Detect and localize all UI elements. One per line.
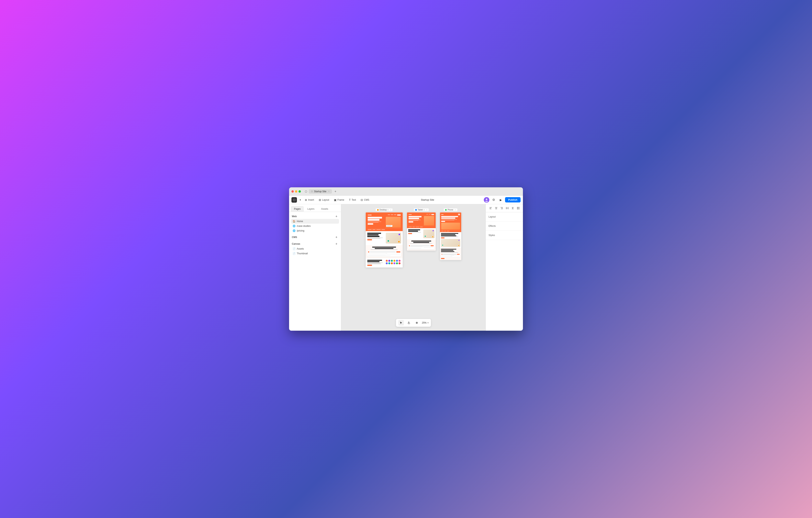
t-s3-card-header [409,245,434,246]
desktop-hero-img [386,217,401,227]
frame-button[interactable]: ▣ Frame [332,197,346,203]
page-home[interactable]: 🏠 Home [291,219,339,224]
styles-label[interactable]: Styles [489,233,520,237]
t-nav-btn [431,214,434,215]
t-s3-title-2 [413,242,429,243]
cms-section-header[interactable]: CMS + [291,235,339,240]
cms-add-button[interactable]: + [335,236,338,239]
pp-2 [444,231,446,231]
grid-icon[interactable] [516,206,521,211]
tablet-dropdown[interactable]: ▾ [424,209,425,211]
logo-icon[interactable]: ⬡ [291,197,297,203]
phone-close-btn[interactable]: × [455,209,456,211]
align-center-icon[interactable] [494,206,498,211]
p-s3-cta [441,258,444,259]
distribute-icon[interactable] [505,206,510,211]
tablet-frame-wrapper: Tablet ▾ × [407,208,436,251]
s3-msg-2 [386,254,400,254]
insert-button[interactable]: ⊕ Insert [303,197,316,203]
desktop-hero [366,212,403,231]
new-tab-button[interactable]: + [334,189,338,193]
desktop-close-btn[interactable]: × [390,209,391,211]
tablet-frame-label[interactable]: Tablet ▾ × [413,208,429,212]
s3-card-header [368,251,400,252]
t-nav-1 [426,214,428,214]
canvas-thumbnail[interactable]: 📄 Thumbnail [291,251,339,256]
layout-button[interactable]: ⊞ Layout [317,197,331,203]
p-s3-line [443,254,457,254]
desktop-dropdown[interactable]: ▾ [387,209,388,211]
hero-title-line2 [368,219,379,221]
page-pricing-label: /pricing [297,230,304,232]
spacing-icon[interactable] [510,206,515,211]
minimize-button[interactable] [295,190,297,193]
layout-label[interactable]: Layout [489,215,520,219]
section2-img [386,233,401,243]
card-line-2 [387,226,390,226]
cms-button[interactable]: ⊟ CMS [359,197,371,203]
canvas-assets-label: Assets [297,247,304,250]
effects-label[interactable]: Effects [489,224,520,228]
preview-button[interactable]: ▶ [498,197,503,203]
canvas-section-header[interactable]: Canvas + [291,241,339,246]
sidebar-tab-bar: Pages Layers Assets [289,204,341,212]
integration-dots-grid [386,260,401,264]
comment-tool[interactable] [414,320,419,326]
phone-hamburger[interactable] [458,214,460,215]
layout-icon: ⊞ [319,198,321,202]
canvas-area[interactable]: Desktop ▾ × [341,204,486,331]
phone-dot [445,209,447,211]
app-tab[interactable]: ⬡ Startup Site × [309,189,332,193]
settings-button[interactable]: ⚙ [491,197,496,203]
p-s2-btn [441,237,444,238]
maximize-button[interactable] [298,190,301,193]
tablet-hero-text [409,216,424,222]
p-sub-2 [441,220,454,220]
tab-pages[interactable]: Pages [291,206,303,212]
page-case-studies[interactable]: 🌐 /case-studies [291,224,339,228]
cursor-tool[interactable] [398,320,404,326]
desktop-frame-label[interactable]: Desktop ▾ × [375,208,393,212]
web-add-button[interactable]: + [335,215,338,218]
logo-dropdown[interactable]: ▾ [298,198,302,202]
canvas-section-label: Canvas [292,243,300,245]
s4-sub-3 [367,264,381,264]
web-section-header[interactable]: Web + [291,214,339,219]
canvas-assets[interactable]: 📄 Assets [291,246,339,251]
page-pricing[interactable]: 🌐 /pricing [291,228,339,233]
s3-msg-3 [368,255,386,255]
tab-area: ⬡ ⬡ Startup Site × + [303,189,521,193]
close-button[interactable] [291,190,294,193]
app-window: ⬡ ⬡ Startup Site × + ⬡ ▾ ⊕ Insert ⊞ Layo… [289,187,523,331]
tablet-preview [407,212,436,251]
p-sub-1 [441,219,457,220]
zoom-control[interactable]: 25% ▾ [422,322,428,324]
int-dot-12 [399,262,401,264]
tablet-close-btn[interactable]: × [426,209,427,211]
align-right-icon[interactable] [499,206,504,211]
tp-2 [412,227,415,227]
tab-close-btn[interactable]: × [328,190,329,192]
publish-button[interactable]: Publish [505,197,521,203]
styles-section: Styles [486,231,523,240]
page-icon: 🌐 [293,225,295,227]
align-left-icon[interactable] [488,206,493,211]
p-collab-3 [458,245,460,246]
p-s3-header [441,254,460,255]
phone-logo [441,214,443,215]
zoom-dropdown-arrow[interactable]: ▾ [428,322,429,324]
p-s2-img-bg [441,239,460,247]
s4-btn [367,265,372,266]
user-avatar[interactable] [484,197,489,203]
tab-layers[interactable]: Layers [304,206,317,212]
partner-2 [372,230,376,230]
int-dot-7 [386,262,388,264]
tab-assets[interactable]: Assets [318,206,331,212]
svg-rect-19 [517,207,518,208]
canvas-add-button[interactable]: + [335,242,338,246]
hand-tool[interactable] [406,320,411,326]
t-s3-msg-1 [409,247,423,247]
web-section-label: Web [292,215,297,218]
text-button[interactable]: T Text [347,197,358,203]
phone-frame-label[interactable]: Phone × [443,208,458,212]
